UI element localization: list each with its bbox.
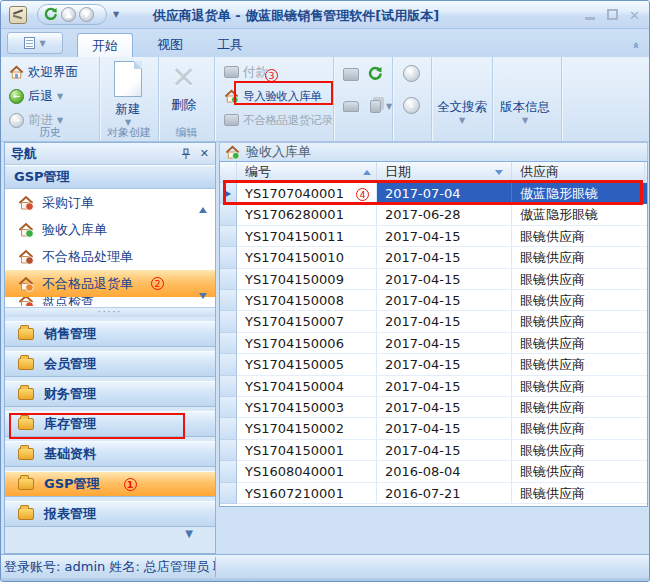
sidebar-group-button[interactable]: GSP管理1 <box>5 471 215 497</box>
tab-start[interactable]: 开始 <box>77 33 133 57</box>
row-selector[interactable] <box>220 354 237 375</box>
cell-no[interactable]: YS1607210001 <box>237 483 377 504</box>
cell-date[interactable]: 2017-07-04 <box>377 183 512 204</box>
row-selector[interactable] <box>220 440 237 461</box>
payment-button[interactable]: 付款 <box>224 62 268 82</box>
report-icon[interactable] <box>340 63 362 85</box>
cell-no[interactable]: YS1704150011 <box>237 226 377 247</box>
table-row[interactable]: YS17041500042017-04-15眼镜供应商 <box>220 376 647 397</box>
nav-overflow-chevron-icon[interactable]: ▼ <box>185 528 193 539</box>
table-row[interactable]: YS16080400012016-08-04眼镜供应商 <box>220 461 647 482</box>
scroll-up-icon[interactable] <box>199 207 207 213</box>
cell-date[interactable]: 2017-04-15 <box>377 333 512 354</box>
cell-no[interactable]: YS1704150001 <box>237 440 377 461</box>
sidebar-group-button[interactable]: 基础资料 <box>5 441 215 467</box>
cell-no[interactable]: YS1704150007 <box>237 311 377 332</box>
cell-supplier[interactable]: 傲蓝隐形眼镜 <box>512 204 647 225</box>
cell-supplier[interactable]: 眼镜供应商 <box>512 376 647 397</box>
up-arrow-icon[interactable]: ▲ <box>61 7 76 22</box>
cell-no[interactable]: YS1704150008 <box>237 290 377 311</box>
cell-no[interactable]: YS1704150004 <box>237 376 377 397</box>
nav-splitter[interactable]: ····· <box>5 307 215 317</box>
cell-no[interactable]: YS1704150006 <box>237 333 377 354</box>
sidebar-item[interactable]: 验收入库单 <box>5 216 215 243</box>
row-selector[interactable] <box>220 461 237 482</box>
column-header-supplier[interactable]: 供应商 <box>512 162 645 183</box>
cell-supplier[interactable]: 眼镜供应商 <box>512 354 647 375</box>
cell-supplier[interactable]: 眼镜供应商 <box>512 333 647 354</box>
move-down-icon[interactable]: ↓ <box>403 97 420 114</box>
cell-supplier[interactable]: 眼镜供应商 <box>512 397 647 418</box>
close-button[interactable]: ✕ <box>629 8 640 23</box>
cell-supplier[interactable]: 眼镜供应商 <box>512 290 647 311</box>
row-selector[interactable] <box>220 311 237 332</box>
cell-no[interactable]: YS1704150009 <box>237 269 377 290</box>
import-receipt-button[interactable]: 导入验收入库单 <box>224 86 321 106</box>
copy-icon[interactable] <box>364 95 386 117</box>
cell-date[interactable]: 2017-04-15 <box>377 418 512 439</box>
sidebar-item[interactable]: 不合格品退货单2 <box>5 270 215 297</box>
sidebar-item[interactable]: 盘点检查 <box>5 297 215 306</box>
row-selector[interactable] <box>220 483 237 504</box>
welcome-screen-button[interactable]: 欢迎界面 <box>9 62 78 82</box>
sidebar-group-button[interactable]: 销售管理 <box>5 321 215 347</box>
cell-date[interactable]: 2016-08-04 <box>377 461 512 482</box>
tab-view[interactable]: 视图 <box>143 33 197 57</box>
cell-supplier[interactable]: 傲蓝隐形眼镜 <box>512 183 647 204</box>
application-menu-button[interactable]: ▼ <box>7 32 63 54</box>
cell-supplier[interactable]: 眼镜供应商 <box>512 418 647 439</box>
table-row[interactable]: YS17041500012017-04-15眼镜供应商 <box>220 440 647 461</box>
scroll-down-icon[interactable] <box>199 293 207 299</box>
row-selector[interactable] <box>220 247 237 268</box>
sidebar-item[interactable]: 采购订单 <box>5 189 215 216</box>
cell-date[interactable]: 2017-04-15 <box>377 376 512 397</box>
row-selector[interactable] <box>220 397 237 418</box>
table-row[interactable]: YS16072100012016-07-21眼镜供应商 <box>220 483 647 504</box>
move-up-icon[interactable]: ↑ <box>403 65 420 82</box>
new-button[interactable]: 新建 ▼ <box>114 61 142 127</box>
cell-date[interactable]: 2017-06-28 <box>377 204 512 225</box>
minimize-button[interactable] <box>585 8 596 21</box>
row-selector[interactable] <box>220 290 237 311</box>
reject-return-record-button[interactable]: 不合格品退货记录 <box>224 110 333 130</box>
cell-no[interactable]: YS1704150010 <box>237 247 377 268</box>
cell-date[interactable]: 2017-04-15 <box>377 226 512 247</box>
cell-supplier[interactable]: 眼镜供应商 <box>512 461 647 482</box>
collapse-ribbon-icon[interactable]: » <box>629 42 642 49</box>
qat-dropdown-icon[interactable]: ▼ <box>113 10 119 19</box>
cell-supplier[interactable]: 眼镜供应商 <box>512 311 647 332</box>
cell-supplier[interactable]: 眼镜供应商 <box>512 483 647 504</box>
sidebar-group-button[interactable]: 报表管理 <box>5 501 215 527</box>
cell-date[interactable]: 2017-04-15 <box>377 440 512 461</box>
table-row[interactable]: YS17041500032017-04-15眼镜供应商 <box>220 397 647 418</box>
cell-supplier[interactable]: 眼镜供应商 <box>512 247 647 268</box>
filter-dropdown-icon[interactable] <box>495 170 503 175</box>
column-header-date[interactable]: 日期 <box>377 162 512 183</box>
table-row[interactable]: YS17041500112017-04-15眼镜供应商 <box>220 226 647 247</box>
maximize-button[interactable] <box>607 9 618 20</box>
sidebar-group-button[interactable]: 库存管理 <box>5 411 215 437</box>
print-icon[interactable] <box>340 95 362 117</box>
cell-date[interactable]: 2017-04-15 <box>377 354 512 375</box>
table-row[interactable]: YS17041500062017-04-15眼镜供应商 <box>220 333 647 354</box>
table-row[interactable]: ▶YS170704000142017-07-04傲蓝隐形眼镜 <box>220 183 647 204</box>
cell-date[interactable]: 2016-07-21 <box>377 483 512 504</box>
column-header-no[interactable]: 编号 <box>237 162 377 183</box>
delete-button[interactable]: ✕ 删除 <box>171 61 196 114</box>
row-selector[interactable]: ▶ <box>220 183 237 204</box>
sidebar-group-button[interactable]: 财务管理 <box>5 381 215 407</box>
cell-no[interactable]: YS1706280001 <box>237 204 377 225</box>
row-selector[interactable] <box>220 376 237 397</box>
fulltext-search-button[interactable]: 全文搜索 ▼ <box>437 99 487 125</box>
down-arrow-icon[interactable]: ▼ <box>79 7 94 22</box>
cell-no[interactable]: YS1704150005 <box>237 354 377 375</box>
close-icon[interactable]: ✕ <box>200 147 209 160</box>
version-info-button[interactable]: 版本信息 ▼ <box>500 99 550 125</box>
cell-no[interactable]: YS1704150003 <box>237 397 377 418</box>
chevron-down-icon[interactable]: ▼ <box>386 102 392 111</box>
cell-supplier[interactable]: 眼镜供应商 <box>512 440 647 461</box>
row-selector[interactable] <box>220 333 237 354</box>
row-selector[interactable] <box>220 418 237 439</box>
cell-no[interactable]: YS17070400014 <box>237 183 377 204</box>
table-row[interactable]: YS17041500102017-04-15眼镜供应商 <box>220 247 647 268</box>
